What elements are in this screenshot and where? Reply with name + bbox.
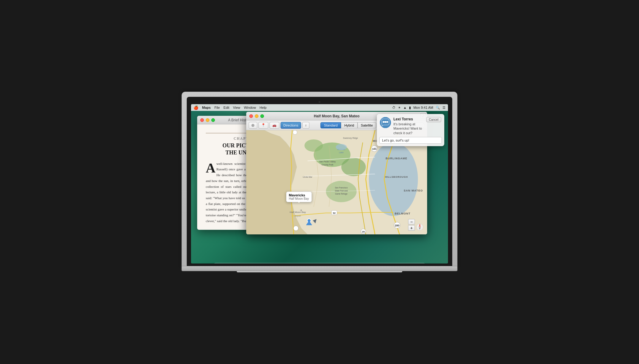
svg-text:HILLSBOROUGH: HILLSBOROUGH [385,176,408,178]
maps-location-btn[interactable]: ◎ [249,122,257,129]
svg-text:Sweeney Ridge: Sweeney Ridge [343,137,358,139]
menubar-clock: Mon 9:41 AM [413,106,433,109]
maps-segment-hybrid[interactable]: Hybrid [341,122,358,128]
notification-message: It's breaking at Mavericks! Want to chec… [393,122,424,135]
maps-window-title: Half Moon Bay, San Mateo [314,114,359,118]
notification-sender: Lexi Torres [393,117,424,121]
screen-bezel: 🍎 Maps File Edit View Window Help ⏱ ✴ ▲ [187,97,452,266]
ibook-close-btn[interactable] [200,118,204,122]
svg-text:Half Moon Bay: Half Moon Bay [290,211,306,214]
menubar-window[interactable]: Window [244,106,256,109]
maps-pin-icon: 📍 [261,123,266,127]
maps-pin-btn[interactable]: 📍 [258,122,268,129]
menubar-help[interactable]: Help [260,106,267,109]
maps-share-btn[interactable]: ↑ [302,122,310,129]
desktop-background: 🍎 Maps File Edit View Window Help ⏱ ✴ ▲ [191,104,448,264]
webcam [319,101,320,103]
svg-point-4 [341,158,366,176]
svg-point-7 [369,142,418,216]
svg-text:State Fish and: State Fish and [335,190,348,192]
maps-maximize-btn[interactable] [260,114,264,118]
macbook-lid: 🍎 Maps File Edit View Window Help ⏱ ✴ ▲ [182,92,457,266]
svg-point-5 [304,139,323,152]
ibook-window-buttons [200,118,215,122]
maps-view-segment: Standard Hybrid Satellite [320,122,376,128]
ibook-minimize-btn[interactable] [206,118,209,122]
svg-text:SAN MATEO: SAN MATEO [404,189,423,192]
menubar-search-icon[interactable]: 🔍 [436,106,440,110]
menubar-file[interactable]: File [214,106,220,109]
notification-card: Lexi Torres It's breaking at Mavericks! … [377,114,444,146]
svg-point-16 [293,226,298,231]
macbook-base [182,266,457,271]
menubar-time-machine-icon: ⏱ [392,106,396,109]
svg-point-47 [383,121,385,123]
svg-text:Lake: Lake [339,151,343,154]
svg-text:Game Refuge: Game Refuge [335,193,348,195]
svg-point-36 [336,144,347,150]
notification-reply-box[interactable] [379,137,442,144]
notification-content: Lexi Torres It's breaking at Mavericks! … [393,117,424,135]
svg-text:N: N [419,224,420,226]
maps-segment-satellite[interactable]: Satellite [358,122,376,128]
apple-menu[interactable]: 🍎 [193,105,198,110]
map-location-popup[interactable]: Mavericks Half Moon Bay [286,191,312,202]
maps-close-btn[interactable] [249,114,253,118]
svg-text:BURLINGAME: BURLINGAME [386,157,408,160]
map-zoom-in-btn[interactable]: + [408,225,415,231]
menubar-bluetooth-icon: ✴ [398,106,401,110]
notification-header: Lexi Torres It's breaking at Mavericks! … [377,114,444,137]
maps-location-icon: ◎ [251,123,254,127]
svg-text:✈: ✈ [300,209,302,212]
svg-text:County Park: County Park [322,164,334,166]
notification-avatar [380,117,391,128]
maps-share-icon: ↑ [305,123,307,127]
map-zoom-out-btn[interactable]: − [408,219,415,225]
maps-car-btn[interactable]: 🚗 [270,122,279,129]
maps-minimize-btn[interactable] [255,114,258,118]
menubar-left: 🍎 Maps File Edit View Window Help [193,105,266,110]
svg-text:San Francisco: San Francisco [335,187,348,189]
menubar-app-name[interactable]: Maps [202,106,211,109]
map-compass[interactable]: N [416,223,423,231]
svg-text:1: 1 [295,130,297,131]
notification-reply-input[interactable] [380,137,442,143]
map-zoom-controls: − + [408,219,415,231]
svg-point-48 [385,121,386,123]
popup-subtitle: Half Moon Bay [289,197,309,200]
menubar-battery-icon: ▮ [409,106,411,110]
svg-point-49 [386,121,388,123]
menubar-right: ⏱ ✴ ▲ ▮ Mon 9:41 AM 🔍 ☰ [392,106,446,110]
ibook-maximize-btn[interactable] [211,118,215,122]
macbook-foot [237,271,402,272]
menubar-view[interactable]: View [233,106,240,109]
svg-text:280: 280 [395,224,399,227]
svg-text:BELMONT: BELMONT [395,212,411,215]
maps-car-icon: 🚗 [272,123,277,127]
macbook-screen: 🍎 Maps File Edit View Window Help ⏱ ✴ ▲ [191,104,448,264]
menubar-edit[interactable]: Edit [224,106,229,109]
dock: 🚀 🧭 ✉ 📮 [212,263,427,264]
menubar: 🍎 Maps File Edit View Window Help ⏱ ✴ ▲ [191,104,448,111]
ibook-dropcap: A [206,163,216,173]
svg-rect-15 [293,130,297,135]
svg-text:Airport: Airport [295,215,301,217]
maps-window-buttons [249,114,264,118]
svg-text:35: 35 [362,230,365,233]
svg-text:101: 101 [372,147,377,150]
maps-directions-button[interactable]: Directions [281,122,301,129]
macbook: 🍎 Maps File Edit View Window Help ⏱ ✴ ▲ [182,92,457,272]
svg-text:San Pedro Valley: San Pedro Valley [319,161,336,163]
svg-text:92: 92 [333,212,336,214]
menubar-wifi-icon: ▲ [403,106,407,109]
notification-cancel-btn[interactable]: Cancel [426,117,441,122]
svg-text:Linda Mar: Linda Mar [303,176,312,178]
maps-segment-standard[interactable]: Standard [320,122,341,128]
menubar-notifications-icon[interactable]: ☰ [442,106,446,110]
popup-title: Mavericks [289,193,309,197]
